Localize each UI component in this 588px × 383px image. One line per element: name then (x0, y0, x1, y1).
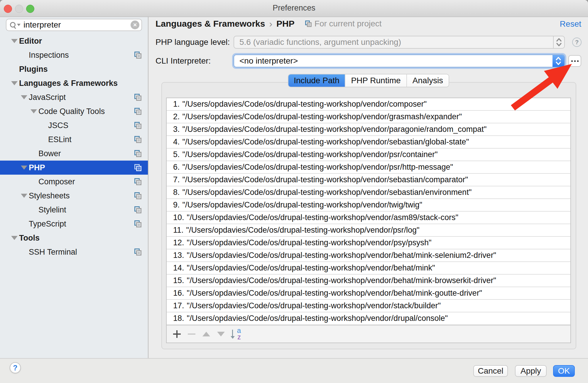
include-path-row[interactable]: 14. "/Users/opdavies/Code/os/drupal-test… (167, 262, 570, 275)
include-path-row[interactable]: 7. "/Users/opdavies/Code/os/drupal-testi… (167, 174, 570, 186)
php-settings-tabs: Include Path PHP Runtime Analysis (288, 74, 449, 87)
include-path-row[interactable]: 12. "/Users/opdavies/Code/os/drupal-test… (167, 237, 570, 249)
include-path-row[interactable]: 13. "/Users/opdavies/Code/os/drupal-test… (167, 249, 570, 262)
language-level-select[interactable]: 5.6 (variadic functions, argument unpack… (234, 36, 565, 49)
path-row-value: "/Users/opdavies/Code/os/drupal-testing-… (187, 289, 482, 298)
path-row-value: "/Users/opdavies/Code/os/drupal-testing-… (183, 200, 423, 210)
tab-include-path[interactable]: Include Path (288, 74, 345, 87)
cli-interpreter-select[interactable]: <no interpreter> (234, 55, 565, 67)
include-path-row[interactable]: 1. "/Users/opdavies/Code/os/drupal-testi… (167, 98, 570, 111)
help-button[interactable]: ? (10, 362, 21, 373)
sidebar-item-plugins[interactable]: Plugins (0, 62, 148, 76)
tab-php-runtime[interactable]: PHP Runtime (345, 74, 406, 87)
path-row-value: "/Users/opdavies/Code/os/drupal-testing-… (187, 314, 448, 323)
reset-link[interactable]: Reset (560, 19, 581, 29)
path-row-number: 9. (173, 200, 180, 210)
sidebar-item-typescript[interactable]: TypeScript (0, 217, 148, 231)
path-row-value: "/Users/opdavies/Code/os/drupal-testing-… (187, 251, 496, 260)
tab-label: Analysis (413, 76, 443, 85)
add-path-button[interactable] (170, 330, 184, 338)
per-project-icon (134, 220, 141, 227)
path-row-number: 18. (173, 314, 184, 323)
sidebar-item-composer[interactable]: Composer (0, 175, 148, 189)
path-row-value: "/Users/opdavies/Code/os/drupal-testing-… (183, 125, 487, 134)
breadcrumb-separator-icon: › (269, 18, 272, 29)
preferences-window: Preferences ✕ Editor Inspections Plugins… (0, 0, 588, 383)
sidebar-item-editor[interactable]: Editor (0, 34, 148, 48)
search-options-caret-icon[interactable] (17, 24, 21, 26)
per-project-icon (134, 206, 141, 213)
sidebar-item-ssh-terminal[interactable]: SSH Terminal (0, 245, 148, 259)
path-row-value: "/Users/opdavies/Code/os/drupal-testing-… (187, 238, 432, 247)
settings-sidebar: ✕ Editor Inspections Plugins Languages &… (0, 17, 148, 358)
per-project-icon (134, 192, 141, 199)
sidebar-item-inspections[interactable]: Inspections (0, 48, 148, 62)
path-row-number: 13. (173, 251, 184, 260)
stepper-arrows-icon[interactable] (553, 36, 564, 48)
language-level-help-icon[interactable]: ? (572, 38, 582, 47)
sidebar-item-label: ESLint (48, 135, 72, 144)
sidebar-item-code-quality-tools[interactable]: Code Quality Tools (0, 104, 148, 118)
include-path-row[interactable]: 8. "/Users/opdavies/Code/os/drupal-testi… (167, 186, 570, 199)
include-path-row[interactable]: 11. "/Users/opdavies/Code/os/drupal-test… (167, 224, 570, 237)
sidebar-item-label: Stylesheets (29, 191, 70, 200)
sidebar-item-bower[interactable]: Bower (0, 147, 148, 161)
per-project-icon (134, 178, 141, 185)
move-down-icon (217, 332, 225, 336)
include-path-row[interactable]: 5. "/Users/opdavies/Code/os/drupal-testi… (167, 149, 570, 161)
include-path-row[interactable]: 9. "/Users/opdavies/Code/os/drupal-testi… (167, 199, 570, 212)
apply-button[interactable]: Apply (515, 365, 547, 377)
sidebar-item-php[interactable]: PHP (0, 161, 148, 175)
path-row-number: 6. (173, 163, 180, 172)
include-path-list-container: 1. "/Users/opdavies/Code/os/drupal-testi… (166, 98, 571, 343)
move-down-button[interactable] (214, 332, 228, 336)
include-path-row[interactable]: 18. "/Users/opdavies/Code/os/drupal-test… (167, 312, 570, 325)
include-path-row[interactable]: 3. "/Users/opdavies/Code/os/drupal-testi… (167, 123, 570, 136)
ok-button[interactable]: OK (553, 365, 575, 377)
search-icon (10, 22, 16, 28)
titlebar: Preferences (0, 0, 588, 17)
path-row-value: "/Users/opdavies/Code/os/drupal-testing-… (187, 301, 441, 310)
settings-search-field[interactable]: ✕ (6, 19, 142, 31)
browse-interpreters-button[interactable] (568, 55, 581, 67)
sidebar-item-label: Bower (38, 149, 61, 158)
include-path-row[interactable]: 6. "/Users/opdavies/Code/os/drupal-testi… (167, 161, 570, 174)
cancel-button[interactable]: Cancel (473, 365, 508, 377)
remove-path-button[interactable] (184, 333, 199, 335)
path-row-value: "/Users/opdavies/Code/os/drupal-testing-… (187, 276, 496, 285)
breadcrumb-current: PHP (276, 19, 295, 29)
tab-label: Include Path (294, 76, 339, 85)
include-path-row[interactable]: 17. "/Users/opdavies/Code/os/drupal-test… (167, 300, 570, 312)
sidebar-item-label: TypeScript (29, 219, 66, 229)
sidebar-item-languages-frameworks[interactable]: Languages & Frameworks (0, 76, 148, 90)
include-path-row[interactable]: 15. "/Users/opdavies/Code/os/drupal-test… (167, 275, 570, 287)
plus-icon (173, 330, 181, 338)
clear-search-icon[interactable]: ✕ (131, 21, 139, 29)
dialog-footer: ? Cancel Apply OK (0, 358, 588, 383)
path-row-number: 12. (173, 238, 184, 247)
sidebar-item-javascript[interactable]: JavaScript (0, 90, 148, 104)
include-path-row[interactable]: 4. "/Users/opdavies/Code/os/drupal-testi… (167, 136, 570, 149)
sort-alphabetically-button[interactable]: a z (228, 328, 243, 341)
path-row-number: 11. (173, 226, 184, 235)
stepper-arrows-blue-icon[interactable] (552, 55, 564, 67)
path-row-number: 2. (173, 112, 180, 121)
path-row-number: 8. (173, 188, 180, 197)
include-path-row[interactable]: 2. "/Users/opdavies/Code/os/drupal-testi… (167, 111, 570, 123)
sidebar-item-stylesheets[interactable]: Stylesheets (0, 189, 148, 203)
tab-analysis[interactable]: Analysis (406, 74, 449, 87)
path-row-value: "/Users/opdavies/Code/os/drupal-testing-… (187, 213, 459, 222)
per-project-icon (134, 94, 141, 101)
include-path-row[interactable]: 16. "/Users/opdavies/Code/os/drupal-test… (167, 287, 570, 300)
sidebar-item-eslint[interactable]: ESLint (0, 132, 148, 147)
sidebar-item-stylelint[interactable]: Stylelint (0, 203, 148, 217)
sidebar-item-label: Code Quality Tools (38, 107, 105, 116)
include-path-row[interactable]: 10. "/Users/opdavies/Code/os/drupal-test… (167, 212, 570, 224)
sidebar-item-label: Composer (38, 177, 75, 186)
search-input[interactable] (23, 20, 131, 30)
move-up-button[interactable] (199, 332, 214, 336)
expand-triangle-icon (11, 39, 18, 43)
breadcrumb-parent[interactable]: Languages & Frameworks (156, 19, 265, 29)
sidebar-item-tools[interactable]: Tools (0, 231, 148, 245)
sidebar-item-jscs[interactable]: JSCS (0, 118, 148, 132)
